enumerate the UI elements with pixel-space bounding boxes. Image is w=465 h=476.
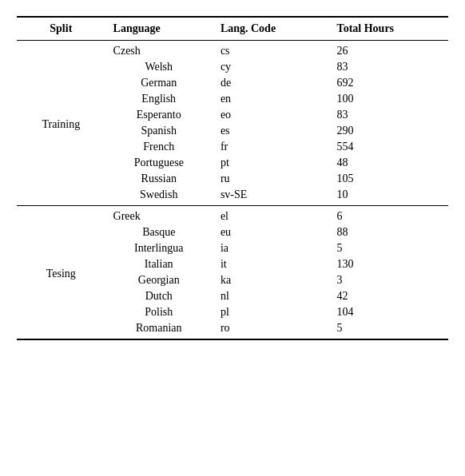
- lang-code-cell: pt: [213, 155, 329, 171]
- language-cell: Swedish: [105, 187, 213, 206]
- total-hours-cell: 105: [329, 171, 448, 187]
- header-total-hours: Total Hours: [329, 17, 448, 41]
- total-hours-cell: 88: [329, 224, 448, 240]
- language-cell: German: [105, 75, 213, 91]
- lang-code-cell: sv-SE: [213, 187, 329, 206]
- split-cell: Tesing: [17, 206, 105, 340]
- lang-code-cell: ro: [213, 320, 329, 339]
- language-cell: English: [105, 91, 213, 107]
- language-cell: Russian: [105, 171, 213, 187]
- language-cell: French: [105, 139, 213, 155]
- language-cell: Spanish: [105, 123, 213, 139]
- language-cell: Romanian: [105, 320, 213, 339]
- lang-code-cell: el: [213, 206, 329, 225]
- total-hours-cell: 130: [329, 256, 448, 272]
- total-hours-cell: 3: [329, 272, 448, 288]
- language-cell: Portuguese: [105, 155, 213, 171]
- lang-code-cell: eo: [213, 107, 329, 123]
- total-hours-cell: 83: [329, 107, 448, 123]
- lang-code-cell: de: [213, 75, 329, 91]
- language-cell: Polish: [105, 304, 213, 320]
- language-cell: Basque: [105, 224, 213, 240]
- table-row: TesingGreekel6: [17, 206, 448, 225]
- lang-code-cell: nl: [213, 288, 329, 304]
- lang-code-cell: es: [213, 123, 329, 139]
- data-table: Split Language Lang. Code Total Hours Tr…: [17, 16, 448, 340]
- lang-code-cell: en: [213, 91, 329, 107]
- header-language: Language: [105, 17, 213, 41]
- total-hours-cell: 83: [329, 59, 448, 75]
- total-hours-cell: 48: [329, 155, 448, 171]
- language-cell: Italian: [105, 256, 213, 272]
- total-hours-cell: 10: [329, 187, 448, 206]
- language-cell: Interlingua: [105, 240, 213, 256]
- lang-code-cell: ka: [213, 272, 329, 288]
- lang-code-cell: ia: [213, 240, 329, 256]
- language-cell: Greek: [105, 206, 213, 225]
- language-cell: Czesh: [105, 41, 213, 60]
- lang-code-cell: ru: [213, 171, 329, 187]
- lang-code-cell: eu: [213, 224, 329, 240]
- header-lang-code: Lang. Code: [213, 17, 329, 41]
- table-row: TrainingCzeshcs26: [17, 41, 448, 60]
- total-hours-cell: 42: [329, 288, 448, 304]
- lang-code-cell: it: [213, 256, 329, 272]
- header-split: Split: [17, 17, 105, 41]
- language-cell: Esperanto: [105, 107, 213, 123]
- total-hours-cell: 554: [329, 139, 448, 155]
- lang-code-cell: cs: [213, 41, 329, 60]
- lang-code-cell: fr: [213, 139, 329, 155]
- language-cell: Georgian: [105, 272, 213, 288]
- total-hours-cell: 692: [329, 75, 448, 91]
- language-cell: Welsh: [105, 59, 213, 75]
- table-container: Split Language Lang. Code Total Hours Tr…: [17, 16, 448, 340]
- split-cell: Training: [17, 41, 105, 206]
- total-hours-cell: 104: [329, 304, 448, 320]
- total-hours-cell: 5: [329, 240, 448, 256]
- total-hours-cell: 5: [329, 320, 448, 339]
- total-hours-cell: 6: [329, 206, 448, 225]
- total-hours-cell: 290: [329, 123, 448, 139]
- total-hours-cell: 26: [329, 41, 448, 60]
- lang-code-cell: cy: [213, 59, 329, 75]
- total-hours-cell: 100: [329, 91, 448, 107]
- lang-code-cell: pl: [213, 304, 329, 320]
- header-row: Split Language Lang. Code Total Hours: [17, 17, 448, 41]
- language-cell: Dutch: [105, 288, 213, 304]
